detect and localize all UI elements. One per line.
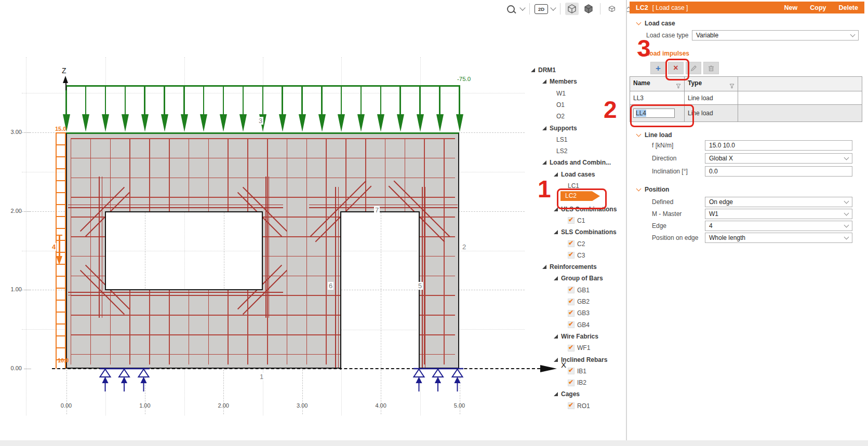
tree-item-label: SLS Combinations [561,228,617,236]
tree-item-ls1[interactable]: LS1 [556,134,567,145]
cell-name[interactable]: LL3 [630,91,685,105]
tree-item-label: GB4 [577,321,590,329]
expander-triangle-icon[interactable] [542,126,546,130]
opening-o2[interactable] [340,211,420,370]
view-2d-chevron-icon[interactable] [550,5,556,10]
tree-item-load-cases[interactable]: Load cases [554,169,595,180]
field-label: f [kN/m] [652,142,673,149]
expander-triangle-icon[interactable] [542,265,546,269]
tree-item-cages[interactable]: Cages [554,389,580,399]
expander-triangle-icon[interactable] [554,334,558,339]
tree-item-wf1[interactable]: ✔WF1 [568,343,590,353]
edge-bar [309,207,458,208]
tree-item-label: O1 [556,101,565,109]
expander-triangle-icon[interactable] [554,230,558,234]
tree-item-sls-combinations[interactable]: SLS Combinations [554,227,617,237]
tree-item-gb2[interactable]: ✔GB2 [568,296,590,307]
expander-triangle-icon[interactable] [542,160,546,165]
expander-triangle-icon[interactable] [554,276,558,280]
ruler-tick [24,369,31,369]
field-row: Inclination [°]0.0 [630,166,864,177]
section-load-case[interactable]: Load case [637,20,675,27]
expander-triangle-icon[interactable] [531,68,535,72]
panel-splitter[interactable] [626,0,627,440]
tree-checkbox[interactable]: ✔ [568,299,575,305]
tree-item-c3[interactable]: ✔C3 [568,250,585,261]
opening-o1[interactable] [105,211,263,290]
cell-type[interactable]: Line load [685,91,738,105]
add-impulse-button[interactable]: + [650,62,666,74]
tree-checkbox[interactable]: ✔ [568,368,575,374]
delete-button[interactable]: Delete [838,4,858,11]
search-icon[interactable] [504,3,517,15]
tree-item-gb3[interactable]: ✔GB3 [568,308,590,318]
select-defined[interactable]: On edge [705,197,852,207]
tree-checkbox[interactable]: ✔ [568,380,575,386]
ruler-bottom-label: 3.00 [295,402,310,409]
new-button[interactable]: New [784,4,798,11]
tree-item-gb1[interactable]: ✔GB1 [568,285,590,295]
solid-cube-icon[interactable] [582,3,595,15]
tree-item-w1[interactable]: W1 [556,88,566,99]
tree-item-drm1[interactable]: DRM1 [531,65,556,75]
view-2d-icon[interactable]: 2D [535,3,548,15]
field-value: W1 [709,210,718,218]
tree-item-ib2[interactable]: ✔IB2 [568,377,586,388]
tree-checkbox[interactable]: ✔ [568,402,575,409]
tree-item-c2[interactable]: ✔C2 [568,239,585,249]
select-load-case-type[interactable]: Variable [692,30,859,40]
tree-item-inclined-rebars[interactable]: Inclined Rebars [554,355,607,365]
tree-item-loads-and-combin-[interactable]: Loads and Combin... [542,157,611,168]
section-line-load[interactable]: Line load [637,131,672,139]
load-arrow-icon [200,86,207,132]
tree-checkbox[interactable]: ✔ [568,310,575,317]
edge-4-label: 4 [51,243,56,251]
search-options-chevron-icon[interactable] [519,5,525,10]
cell-empty[interactable] [738,91,862,105]
edge-number-label: 6 [328,282,333,290]
field-row: DirectionGlobal X [630,153,864,164]
tree-checkbox[interactable]: ✔ [568,240,575,247]
tree-item-group-of-bars[interactable]: Group of Bars [554,273,603,283]
tree-checkbox[interactable]: ✔ [568,345,575,352]
input-f-kn-m-[interactable]: 15.0 10.0 [705,140,852,151]
x-axis-arrow-head [540,365,557,372]
chevron-down-icon [844,198,849,204]
tree-item-c1[interactable]: ✔C1 [568,215,585,226]
tree-item-ib1[interactable]: ✔IB1 [568,366,586,376]
line-support-ls1[interactable] [96,366,154,396]
tree-checkbox[interactable]: ✔ [568,321,575,328]
input-inclination-[interactable]: 0.0 [705,166,852,177]
tree-checkbox[interactable]: ✔ [568,252,575,259]
expander-triangle-icon[interactable] [542,79,546,84]
select-m-master[interactable]: W1 [705,209,852,219]
tree-item-o1[interactable]: O1 [556,100,565,110]
table-row-ll3[interactable]: LL3Line load [630,91,862,105]
clip-box-icon[interactable] [605,3,619,15]
select-position-on-edge[interactable]: Whole length [705,233,852,243]
wireframe-cube-icon[interactable] [565,3,579,15]
select-direction[interactable]: Global X [705,153,852,164]
expander-triangle-icon[interactable] [554,172,558,177]
line-support-ls2[interactable] [409,366,468,396]
tree-checkbox[interactable]: ✔ [568,287,575,293]
tree-item-reinforcements[interactable]: Reinforcements [542,262,597,272]
table-column-header[interactable]: Type [685,77,738,91]
tree-item-ro1[interactable]: ✔RO1 [568,401,590,411]
tree-item-members[interactable]: Members [542,76,577,87]
tree-item-ls2[interactable]: LS2 [556,146,567,156]
cell-empty[interactable] [738,105,862,122]
expander-triangle-icon[interactable] [554,358,558,362]
expander-triangle-icon[interactable] [554,392,558,396]
edge-number-label: 1 [259,373,264,381]
tree-item-wire-fabrics[interactable]: Wire Fabrics [554,331,598,342]
tree-item-o2[interactable]: O2 [556,111,565,121]
select-edge[interactable]: 4 [705,221,852,231]
table-column-header[interactable] [738,77,862,91]
section-position[interactable]: Position [637,186,669,193]
copy-button[interactable]: Copy [810,4,826,11]
tree-item-gb4[interactable]: ✔GB4 [568,320,590,330]
tree-checkbox[interactable]: ✔ [568,217,575,224]
trash-impulse-button[interactable] [703,62,719,74]
tree-item-supports[interactable]: Supports [542,123,577,133]
